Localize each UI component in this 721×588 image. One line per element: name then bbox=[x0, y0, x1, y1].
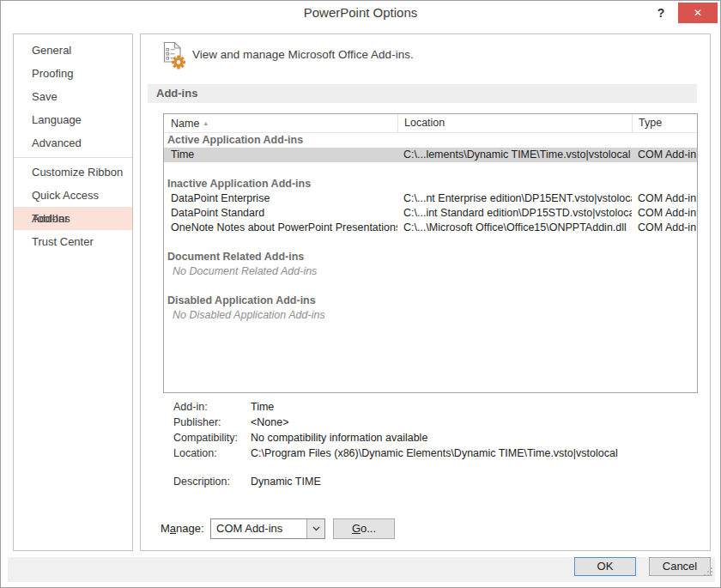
chevron-down-icon bbox=[306, 519, 324, 538]
close-icon: ✕ bbox=[694, 7, 702, 19]
sidebar-item-proofing[interactable]: Proofing bbox=[14, 62, 132, 85]
detail-value: <None> bbox=[251, 415, 288, 430]
column-header-location[interactable]: Location bbox=[397, 114, 632, 133]
addin-cell-type: COM Add-in bbox=[632, 191, 697, 206]
detail-label: Compatibility: bbox=[173, 430, 251, 446]
addin-cell-type: COM Add-in bbox=[632, 148, 697, 162]
table-spacer bbox=[164, 162, 697, 177]
addin-cell-loc: C:\...int Standard edition\DP15STD.vsto|… bbox=[397, 206, 632, 221]
title-bar: PowerPoint Options ? ✕ bbox=[1, 1, 720, 25]
addin-group-header: Inactive Application Add-ins bbox=[164, 177, 697, 191]
sidebar-divider bbox=[14, 157, 132, 158]
addin-group-empty-text: No Document Related Add-ins bbox=[164, 264, 697, 279]
page-title: View and manage Microsoft Office Add-ins… bbox=[192, 48, 414, 61]
addins-table-header: Name▲ Location Type bbox=[164, 114, 697, 133]
addin-cell-loc: C:\...nt Enterprise edition\DP15ENT.vsto… bbox=[397, 191, 632, 206]
addin-details: Add-in: Time Publisher: <None> Compatibi… bbox=[173, 399, 618, 489]
addin-row[interactable]: DataPoint EnterpriseC:\...nt Enterprise … bbox=[164, 191, 697, 206]
help-icon[interactable]: ? bbox=[651, 3, 670, 22]
addin-cell-name: DataPoint Standard bbox=[164, 206, 397, 221]
powerpoint-options-dialog: PowerPoint Options ? ✕ GeneralProofingSa… bbox=[0, 0, 721, 588]
resize-grip[interactable] bbox=[703, 565, 713, 580]
cancel-button[interactable]: Cancel bbox=[649, 557, 711, 576]
detail-value: Dynamic TIME bbox=[251, 474, 321, 489]
sidebar-list: GeneralProofingSaveLanguageAdvancedCusto… bbox=[14, 39, 132, 253]
detail-row-location: Location: C:\Program Files (x86)\Dynamic… bbox=[173, 446, 618, 461]
detail-label: Description: bbox=[173, 474, 251, 489]
ok-button[interactable]: OK bbox=[574, 557, 636, 576]
addins-content-panel: View and manage Microsoft Office Add-ins… bbox=[140, 33, 711, 551]
footer-bar: OK Cancel bbox=[8, 557, 715, 582]
addin-row[interactable]: TimeC:\...lements\Dynamic TIME\Time.vsto… bbox=[164, 148, 697, 162]
addin-row[interactable]: OneNote Notes about PowerPoint Presentat… bbox=[164, 221, 697, 235]
go-button[interactable]: Go... bbox=[333, 518, 395, 539]
addins-section-header: Add-ins bbox=[148, 84, 697, 103]
detail-value: Time bbox=[251, 399, 274, 415]
options-sidebar: GeneralProofingSaveLanguageAdvancedCusto… bbox=[13, 33, 133, 551]
column-header-type[interactable]: Type bbox=[632, 114, 697, 133]
manage-dropdown[interactable]: COM Add-ins bbox=[210, 518, 325, 539]
sidebar-item-advanced[interactable]: Advanced bbox=[14, 131, 132, 155]
detail-value: C:\Program Files (x86)\Dynamic Elements\… bbox=[251, 446, 618, 461]
sidebar-item-trust-center[interactable]: Trust Center bbox=[14, 230, 132, 253]
addin-cell-name: OneNote Notes about PowerPoint Presentat… bbox=[164, 221, 397, 235]
manage-label: Manage: bbox=[161, 518, 204, 539]
addin-group-header: Disabled Application Add-ins bbox=[164, 294, 697, 308]
addin-cell-type: COM Add-in bbox=[632, 221, 697, 235]
table-spacer bbox=[164, 235, 697, 250]
addin-group-header: Active Application Add-ins bbox=[164, 133, 697, 148]
close-button[interactable]: ✕ bbox=[678, 3, 718, 23]
sidebar-item-add-ins[interactable]: Add-Ins bbox=[14, 207, 132, 230]
detail-row-publisher: Publisher: <None> bbox=[173, 415, 618, 430]
addin-cell-loc: C:\...\Microsoft Office\Office15\ONPPTAd… bbox=[397, 221, 632, 235]
addin-cell-name: Time bbox=[164, 148, 397, 162]
sidebar-item-language[interactable]: Language bbox=[14, 108, 132, 131]
detail-label: Location: bbox=[173, 446, 251, 461]
addin-group-header: Document Related Add-ins bbox=[164, 250, 697, 264]
addin-row[interactable]: DataPoint StandardC:\...int Standard edi… bbox=[164, 206, 697, 221]
dialog-title: PowerPoint Options bbox=[1, 1, 720, 25]
addin-cell-loc: C:\...lements\Dynamic TIME\Time.vsto|vst… bbox=[397, 148, 632, 162]
sort-ascending-icon: ▲ bbox=[203, 120, 209, 126]
detail-label: Add-in: bbox=[173, 399, 251, 415]
addin-cell-type: COM Add-in bbox=[632, 206, 697, 221]
sidebar-item-general[interactable]: General bbox=[14, 39, 132, 62]
addins-page-icon bbox=[161, 41, 187, 73]
table-spacer bbox=[164, 279, 697, 294]
addins-table[interactable]: Name▲ Location Type Active Application A… bbox=[163, 113, 698, 393]
manage-row: Manage: COM Add-ins Go... bbox=[141, 518, 710, 539]
addin-cell-name: DataPoint Enterprise bbox=[164, 191, 397, 206]
addin-group-empty-text: No Disabled Application Add-ins bbox=[164, 308, 697, 323]
sidebar-item-save[interactable]: Save bbox=[14, 85, 132, 108]
sidebar-item-quick-access-toolbar[interactable]: Quick Access Toolbar bbox=[14, 184, 132, 207]
detail-label: Publisher: bbox=[173, 415, 251, 430]
detail-row-compatibility: Compatibility: No compatibility informat… bbox=[173, 430, 618, 446]
sidebar-item-customize-ribbon[interactable]: Customize Ribbon bbox=[14, 161, 132, 184]
manage-dropdown-value: COM Add-ins bbox=[216, 519, 282, 538]
detail-row-description: Description: Dynamic TIME bbox=[173, 474, 618, 489]
detail-row-addin: Add-in: Time bbox=[173, 399, 618, 415]
addins-table-body: Active Application Add-insTimeC:\...leme… bbox=[164, 133, 697, 323]
column-header-name[interactable]: Name▲ bbox=[164, 114, 397, 133]
detail-value: No compatibility information available bbox=[251, 430, 427, 446]
